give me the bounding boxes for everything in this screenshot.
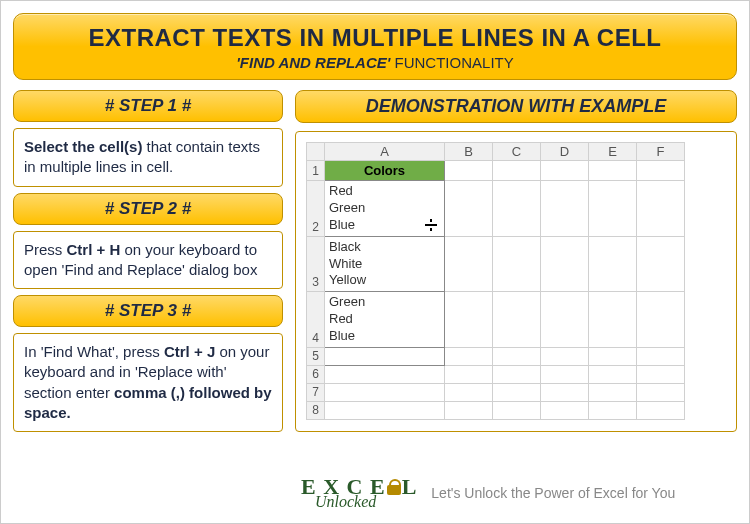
cell-a4-line1: Green	[329, 294, 440, 311]
cell-a4-line2: Red	[329, 311, 440, 328]
cell-c7[interactable]	[493, 384, 541, 402]
cell-c8[interactable]	[493, 402, 541, 420]
select-all-corner[interactable]	[307, 143, 325, 161]
cell-f6[interactable]	[637, 366, 685, 384]
cursor-icon	[424, 218, 438, 232]
step1-header: # STEP 1 #	[13, 90, 283, 122]
cell-a5[interactable]	[325, 348, 445, 366]
cell-c2[interactable]	[493, 181, 541, 237]
cell-a3-line1: Black	[329, 239, 440, 256]
col-header-f[interactable]: F	[637, 143, 685, 161]
title-sub: 'FIND AND REPLACE' FUNCTIONALITY	[14, 54, 736, 71]
cell-b7[interactable]	[445, 384, 493, 402]
cell-b6[interactable]	[445, 366, 493, 384]
excel-box: A B C D E F 1 Colors 2	[295, 131, 737, 432]
cell-d5[interactable]	[541, 348, 589, 366]
footer: E X C E L Unlocked Let's Unlock the Powe…	[301, 477, 675, 509]
row-header-6[interactable]: 6	[307, 366, 325, 384]
cell-f7[interactable]	[637, 384, 685, 402]
cell-a2[interactable]: Red Green Blue	[325, 181, 445, 237]
cell-c1[interactable]	[493, 161, 541, 181]
step3-text1: In 'Find What', press	[24, 343, 164, 360]
cell-a2-line2: Green	[329, 200, 440, 217]
cell-e6[interactable]	[589, 366, 637, 384]
logo-text-post: L	[402, 477, 418, 497]
logo-top: E X C E L	[301, 477, 417, 497]
step2-header: # STEP 2 #	[13, 193, 283, 225]
step3-bold1: Ctrl + J	[164, 343, 215, 360]
col-header-b[interactable]: B	[445, 143, 493, 161]
title-sub-em: 'FIND AND REPLACE'	[236, 54, 390, 71]
cell-a4-line3: Blue	[329, 328, 440, 345]
cell-d1[interactable]	[541, 161, 589, 181]
cell-f4[interactable]	[637, 292, 685, 348]
row-header-3[interactable]: 3	[307, 236, 325, 292]
step1-bold: Select the cell(s)	[24, 138, 142, 155]
cell-b5[interactable]	[445, 348, 493, 366]
cell-c3[interactable]	[493, 236, 541, 292]
demo-column: DEMONSTRATION WITH EXAMPLE A B C D E F 1…	[295, 90, 737, 432]
step3-header: # STEP 3 #	[13, 295, 283, 327]
cell-a7[interactable]	[325, 384, 445, 402]
col-header-c[interactable]: C	[493, 143, 541, 161]
cell-f1[interactable]	[637, 161, 685, 181]
lock-icon	[387, 479, 401, 495]
logo-text-pre: E X C E	[301, 477, 386, 497]
title-sub-rest: FUNCTIONALITY	[390, 54, 513, 71]
spreadsheet: A B C D E F 1 Colors 2	[306, 142, 685, 420]
row-header-8[interactable]: 8	[307, 402, 325, 420]
cell-e7[interactable]	[589, 384, 637, 402]
cell-f8[interactable]	[637, 402, 685, 420]
cell-c4[interactable]	[493, 292, 541, 348]
title-main: EXTRACT TEXTS IN MULTIPLE LINES IN A CEL…	[14, 24, 736, 52]
cell-e5[interactable]	[589, 348, 637, 366]
cell-a3-line2: White	[329, 256, 440, 273]
logo: E X C E L Unlocked	[301, 477, 417, 509]
col-header-a[interactable]: A	[325, 143, 445, 161]
cell-d3[interactable]	[541, 236, 589, 292]
cell-d2[interactable]	[541, 181, 589, 237]
cell-e4[interactable]	[589, 292, 637, 348]
cell-e8[interactable]	[589, 402, 637, 420]
col-header-d[interactable]: D	[541, 143, 589, 161]
cell-d8[interactable]	[541, 402, 589, 420]
cell-a1[interactable]: Colors	[325, 161, 445, 181]
cell-a8[interactable]	[325, 402, 445, 420]
cell-c5[interactable]	[493, 348, 541, 366]
cell-f2[interactable]	[637, 181, 685, 237]
cell-a6[interactable]	[325, 366, 445, 384]
cell-d4[interactable]	[541, 292, 589, 348]
cell-b4[interactable]	[445, 292, 493, 348]
demo-header: DEMONSTRATION WITH EXAMPLE	[295, 90, 737, 123]
cell-c6[interactable]	[493, 366, 541, 384]
step2-text1: Press	[24, 241, 67, 258]
cell-d7[interactable]	[541, 384, 589, 402]
row-header-7[interactable]: 7	[307, 384, 325, 402]
cell-f5[interactable]	[637, 348, 685, 366]
row-header-5[interactable]: 5	[307, 348, 325, 366]
cell-b8[interactable]	[445, 402, 493, 420]
cell-f3[interactable]	[637, 236, 685, 292]
row-header-4[interactable]: 4	[307, 292, 325, 348]
row-header-2[interactable]: 2	[307, 181, 325, 237]
step1-body: Select the cell(s) that contain texts in…	[13, 128, 283, 187]
content-row: # STEP 1 # Select the cell(s) that conta…	[13, 90, 737, 432]
step2-bold: Ctrl + H	[67, 241, 121, 258]
title-bar: EXTRACT TEXTS IN MULTIPLE LINES IN A CEL…	[13, 13, 737, 80]
cell-b3[interactable]	[445, 236, 493, 292]
cell-e2[interactable]	[589, 181, 637, 237]
cell-a4[interactable]: Green Red Blue	[325, 292, 445, 348]
col-header-e[interactable]: E	[589, 143, 637, 161]
step2-body: Press Ctrl + H on your keyboard to open …	[13, 231, 283, 290]
cell-b1[interactable]	[445, 161, 493, 181]
cell-a2-line1: Red	[329, 183, 440, 200]
steps-column: # STEP 1 # Select the cell(s) that conta…	[13, 90, 283, 432]
cell-e1[interactable]	[589, 161, 637, 181]
cell-a3-line3: Yellow	[329, 272, 440, 289]
cell-e3[interactable]	[589, 236, 637, 292]
step3-body: In 'Find What', press Ctrl + J on your k…	[13, 333, 283, 432]
cell-a3[interactable]: Black White Yellow	[325, 236, 445, 292]
cell-b2[interactable]	[445, 181, 493, 237]
cell-d6[interactable]	[541, 366, 589, 384]
row-header-1[interactable]: 1	[307, 161, 325, 181]
